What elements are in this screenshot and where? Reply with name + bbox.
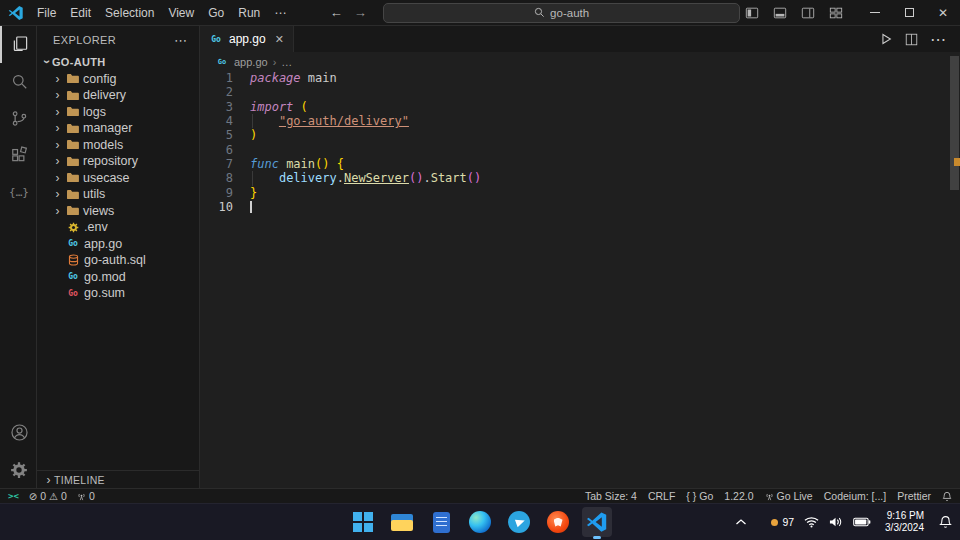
- explorer-more-icon[interactable]: ⋯: [170, 33, 191, 48]
- windows-logo-icon: [353, 512, 373, 532]
- codeium-status[interactable]: Codeium: [...]: [824, 490, 886, 502]
- notifications-bell[interactable]: [942, 491, 952, 502]
- tree-item-repository[interactable]: › repository: [37, 153, 199, 170]
- go-live-button[interactable]: Go Live: [765, 490, 813, 502]
- tab-app-go[interactable]: Go app.go ✕: [200, 26, 294, 52]
- toggle-panel-icon[interactable]: [768, 2, 792, 24]
- explorer-header: EXPLORER ⋯: [37, 26, 199, 54]
- remote-indicator[interactable]: ><: [8, 491, 19, 501]
- code-line-7[interactable]: 7func main() {: [200, 157, 950, 171]
- tree-item-config[interactable]: › config: [37, 71, 199, 88]
- forward-icon[interactable]: →: [351, 5, 369, 20]
- volume-icon[interactable]: [829, 516, 843, 528]
- tab-size-indicator[interactable]: Tab Size: 4: [585, 490, 637, 502]
- wifi-icon[interactable]: [804, 516, 819, 528]
- code-line-6[interactable]: 6: [200, 143, 950, 157]
- timeline-section[interactable]: › TIMELINE: [37, 470, 199, 488]
- menu-selection[interactable]: Selection: [98, 2, 161, 24]
- tab-close-icon[interactable]: ✕: [275, 33, 284, 46]
- vscode-taskbar-icon[interactable]: [582, 507, 612, 537]
- folder-label: manager: [83, 121, 132, 135]
- language-indicator[interactable]: { } Go: [686, 490, 713, 502]
- go-version-indicator[interactable]: 1.22.0: [724, 490, 753, 502]
- prettier-status[interactable]: Prettier: [897, 490, 931, 502]
- file-explorer-icon[interactable]: [387, 507, 417, 537]
- tree-item-app-go[interactable]: Go app.go: [37, 236, 199, 253]
- restore-button[interactable]: [892, 0, 926, 26]
- tree-root-go-auth[interactable]: › GO-AUTH: [37, 54, 199, 71]
- explorer-tab-icon[interactable]: [0, 26, 36, 63]
- tray-app-icon: [771, 519, 778, 526]
- start-button[interactable]: [348, 507, 378, 537]
- back-icon[interactable]: ←: [327, 5, 345, 20]
- tree-item-manager[interactable]: › manager: [37, 120, 199, 137]
- tree-item-env[interactable]: .env: [37, 219, 199, 236]
- folder-label: logs: [83, 105, 106, 119]
- edge-browser-icon[interactable]: [465, 507, 495, 537]
- notepad-icon[interactable]: [426, 507, 456, 537]
- code-line-9[interactable]: 9}: [200, 186, 950, 200]
- breadcrumb-symbol[interactable]: …: [281, 56, 292, 68]
- menu-file[interactable]: File: [30, 2, 63, 24]
- file-label: go.mod: [84, 270, 126, 284]
- source-control-tab-icon[interactable]: [0, 100, 36, 137]
- tree-item-views[interactable]: › views: [37, 203, 199, 220]
- menu-edit[interactable]: Edit: [63, 2, 98, 24]
- menu-run[interactable]: Run: [231, 2, 267, 24]
- customize-layout-icon[interactable]: [824, 2, 848, 24]
- folder-icon: [65, 89, 79, 102]
- line-content: [233, 85, 250, 99]
- account-icon[interactable]: [0, 414, 36, 451]
- tree-item-go-auth-sql[interactable]: go-auth.sql: [37, 252, 199, 269]
- notification-bell-icon[interactable]: [939, 515, 952, 529]
- code-line-4[interactable]: 4 "go-auth/delivery": [200, 114, 950, 128]
- brave-browser-icon[interactable]: [543, 507, 573, 537]
- code-line-10[interactable]: 10: [200, 200, 950, 214]
- extensions-tab-icon[interactable]: [0, 137, 36, 174]
- command-center-search[interactable]: go-auth: [383, 3, 740, 23]
- toggle-secondary-sidebar-icon[interactable]: [796, 2, 820, 24]
- tree-item-go-sum[interactable]: Go go.sum: [37, 285, 199, 302]
- tree-item-delivery[interactable]: › delivery: [37, 87, 199, 104]
- ports-count: 0: [89, 490, 95, 502]
- chevron-right-icon: ›: [52, 121, 63, 135]
- editor-scrollbar[interactable]: [950, 56, 959, 190]
- code-line-3[interactable]: 3import (: [200, 100, 950, 114]
- settings-gear-icon[interactable]: [0, 451, 36, 488]
- tree-item-usecase[interactable]: › usecase: [37, 170, 199, 187]
- code-line-8[interactable]: 8 delivery.NewServer().Start(): [200, 171, 950, 185]
- codeium-tab-icon[interactable]: {…}: [0, 174, 36, 211]
- activity-bar: {…}: [0, 26, 37, 488]
- menu-more-icon[interactable]: ⋯: [267, 2, 293, 24]
- editor-more-icon[interactable]: ⋯: [930, 30, 946, 49]
- code-line-2[interactable]: 2: [200, 85, 950, 99]
- telegram-icon[interactable]: [504, 507, 534, 537]
- clock[interactable]: 9:16 PM 3/3/2024: [885, 510, 924, 534]
- folder-label: config: [83, 72, 116, 86]
- code-line-5[interactable]: 5): [200, 128, 950, 142]
- toggle-sidebar-icon[interactable]: [740, 2, 764, 24]
- code-line-1[interactable]: 1package main: [200, 71, 950, 85]
- windows-taskbar: 97 9:16 PM 3/3/2024: [0, 503, 960, 540]
- close-button[interactable]: ✕: [926, 0, 960, 26]
- split-editor-icon[interactable]: [905, 33, 918, 46]
- problems-indicator[interactable]: ⊘ 0 ⚠ 0: [29, 490, 67, 502]
- menu-bar: File Edit Selection View Go Run ⋯: [30, 2, 293, 24]
- search-tab-icon[interactable]: [0, 63, 36, 100]
- breadcrumb-file[interactable]: app.go: [234, 56, 268, 68]
- chevron-right-icon: ›: [43, 473, 54, 487]
- menu-go[interactable]: Go: [201, 2, 231, 24]
- battery-icon[interactable]: [853, 517, 871, 527]
- eol-indicator[interactable]: CRLF: [648, 490, 675, 502]
- run-button[interactable]: [879, 32, 893, 46]
- tree-item-logs[interactable]: › logs: [37, 104, 199, 121]
- menu-view[interactable]: View: [161, 2, 201, 24]
- ports-indicator[interactable]: 0: [77, 490, 95, 502]
- minimize-button[interactable]: [858, 0, 892, 26]
- tree-item-utils[interactable]: › utils: [37, 186, 199, 203]
- tray-expand-icon[interactable]: [735, 518, 747, 526]
- line-number: 1: [200, 71, 233, 85]
- tree-item-go-mod[interactable]: Go go.mod: [37, 269, 199, 286]
- tray-battery-app[interactable]: 97: [771, 516, 794, 528]
- tree-item-models[interactable]: › models: [37, 137, 199, 154]
